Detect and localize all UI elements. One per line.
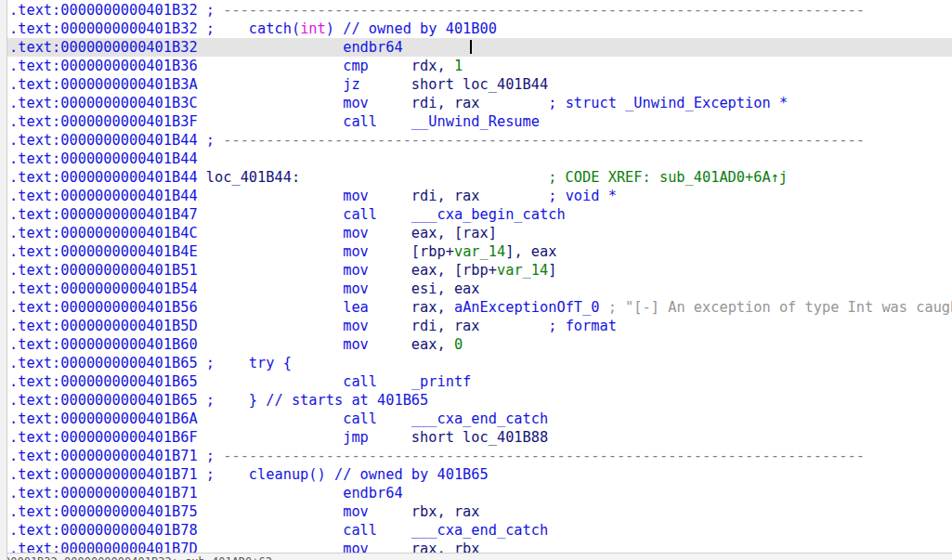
asm-token-blue: ; struct _Unwind_Exception *	[548, 95, 788, 111]
asm-token-mag: int	[300, 20, 326, 37]
asm-line[interactable]: .text:0000000000401B6A call ___cxa_end_c…	[0, 410, 952, 428]
asm-token-plain	[198, 243, 344, 260]
asm-token-plain	[198, 503, 344, 520]
asm-line[interactable]: .text:0000000000401B4E mov [rbp+var_14],…	[0, 242, 952, 261]
asm-line[interactable]: .text:0000000000401B75 mov rbx, rax	[0, 502, 952, 521]
asm-line[interactable]: .text:0000000000401B47 call ___cxa_begin…	[0, 205, 952, 224]
asm-line[interactable]: .text:0000000000401B32 ; catch(int) // o…	[0, 20, 952, 38]
asm-token-blue: mov	[343, 243, 411, 260]
asm-line[interactable]: .text:0000000000401B3A jz short loc_401B…	[0, 75, 952, 94]
asm-token-plain	[198, 299, 344, 316]
asm-token-addr: .text:0000000000401B3F	[9, 113, 198, 130]
asm-line[interactable]: .text:0000000000401B71 ; ---------------…	[0, 447, 952, 465]
asm-line[interactable]: .text:0000000000401B32 endbr64	[0, 38, 952, 57]
asm-line[interactable]: .text:0000000000401B78 call ___cxa_end_c…	[0, 521, 952, 540]
asm-token-green: 0	[454, 336, 463, 353]
asm-token-blue: lea	[343, 299, 411, 316]
asm-token-blue: call	[343, 113, 411, 130]
asm-token-green: 1	[454, 58, 463, 74]
asm-token-addr: .text:0000000000401B56	[9, 299, 198, 316]
asm-token-blue: ; } // starts at 401B65	[198, 392, 429, 409]
disassembly-listing[interactable]: .text:0000000000401B32 ; ---------------…	[0, 1, 952, 558]
asm-token-sep: ----------------------------------------…	[223, 2, 865, 19]
asm-token-addr: .text:0000000000401B65	[9, 392, 198, 409]
asm-token-addr: .text:0000000000401B78	[9, 522, 198, 539]
asm-line[interactable]: .text:0000000000401B65 call _printf	[0, 372, 952, 391]
asm-line[interactable]: .text:0000000000401B6F jmp short loc_401…	[0, 428, 952, 447]
asm-token-blue: ___cxa_begin_catch	[411, 206, 566, 223]
asm-token-addr: .text:0000000000401B32	[9, 2, 198, 19]
asm-line[interactable]: .text:0000000000401B56 lea rax, aAnExcep…	[0, 298, 952, 317]
asm-token-navy: rdi, rax	[411, 318, 548, 334]
asm-token-navy: rax,	[411, 299, 454, 316]
asm-token-blue: ; catch(	[198, 20, 301, 37]
text-caret	[470, 40, 472, 54]
asm-token-green: ; CODE XREF: sub_401AD0+6A↑j	[548, 169, 788, 186]
asm-token-sep: ----------------------------------------…	[223, 448, 865, 464]
asm-line[interactable]: .text:0000000000401B54 mov esi, eax	[0, 280, 952, 298]
asm-line[interactable]: .text:0000000000401B3C mov rdi, rax ; st…	[0, 94, 952, 112]
asm-token-addr: .text:0000000000401B4E	[9, 243, 198, 260]
asm-token-plain	[198, 95, 344, 111]
asm-token-blue: mov	[343, 503, 411, 520]
asm-token-plain	[300, 169, 548, 186]
asm-line[interactable]: .text:0000000000401B71 ; cleanup() // ow…	[0, 465, 952, 484]
asm-token-addr: .text:0000000000401B75	[9, 503, 198, 520]
asm-token-sep: ----------------------------------------…	[223, 132, 865, 149]
asm-token-gray: ; "[-] An exception of type Int was caug…	[608, 299, 952, 316]
asm-token-plain	[198, 485, 344, 501]
asm-token-blue: call	[343, 373, 411, 390]
asm-token-blue: call	[343, 206, 411, 223]
asm-token-blue: mov	[343, 225, 411, 241]
asm-line[interactable]: .text:0000000000401B32 ; ---------------…	[0, 1, 952, 20]
asm-token-plain	[198, 336, 344, 353]
asm-token-addr: .text:0000000000401B54	[9, 280, 198, 297]
asm-line[interactable]: .text:0000000000401B44 ; ---------------…	[0, 131, 952, 150]
asm-token-addr: .text:0000000000401B71	[9, 466, 198, 483]
asm-token-navy: rbx, rax	[411, 503, 480, 520]
asm-token-navy: rdi, rax	[411, 95, 548, 111]
asm-line[interactable]: .text:0000000000401B3F call __Unwind_Res…	[0, 112, 952, 131]
ida-disassembly-view: .text:0000000000401B32 ; ---------------…	[0, 0, 952, 560]
asm-line[interactable]: .text:0000000000401B44	[0, 150, 952, 168]
asm-token-blue: __Unwind_Resume	[411, 113, 540, 130]
asm-line[interactable]: .text:0000000000401B60 mov eax, 0	[0, 335, 952, 354]
asm-token-blue: ;	[198, 132, 224, 149]
asm-line[interactable]: .text:0000000000401B4C mov eax, [rax]	[0, 224, 952, 242]
asm-token-blue: call	[343, 522, 411, 539]
asm-line[interactable]: .text:0000000000401B51 mov eax, [rbp+var…	[0, 261, 952, 280]
asm-token-blue: jz	[343, 76, 411, 93]
asm-line[interactable]: .text:0000000000401B65 ; } // starts at …	[0, 391, 952, 410]
asm-token-addr: .text:0000000000401B65	[9, 355, 198, 371]
asm-token-addr: .text:0000000000401B65	[9, 373, 198, 390]
asm-token-blue: ) // owned by 401B00	[326, 20, 497, 37]
asm-token-navy: rdx,	[411, 58, 454, 74]
asm-token-blue: mov	[343, 280, 411, 297]
asm-token-navy: short loc_401B88	[411, 429, 548, 446]
asm-token-blue: mov	[343, 336, 411, 353]
asm-token-addr: .text:0000000000401B3C	[9, 95, 198, 111]
asm-line[interactable]: .text:0000000000401B44 mov rdi, rax ; vo…	[0, 187, 952, 205]
asm-token-blue: ;	[198, 448, 224, 464]
asm-token-addr: .text:0000000000401B36	[9, 58, 198, 74]
asm-line[interactable]: .text:0000000000401B71 endbr64	[0, 484, 952, 502]
asm-token-plain	[198, 429, 344, 446]
asm-token-blue: ; void *	[548, 188, 617, 204]
asm-token-plain	[198, 410, 344, 427]
asm-line[interactable]: .text:0000000000401B65 ; try {	[0, 354, 952, 372]
asm-token-blue: endbr64	[343, 485, 402, 501]
asm-token-navy: [rbp+	[411, 243, 454, 260]
asm-line[interactable]: .text:0000000000401B44 loc_401B44: ; COD…	[0, 168, 952, 187]
asm-token-addr: .text:0000000000401B3A	[9, 76, 198, 93]
asm-line[interactable]: .text:0000000000401B36 cmp rdx, 1	[0, 57, 952, 75]
asm-token-addr: .text:0000000000401B6F	[9, 429, 198, 446]
asm-token-plain	[198, 58, 344, 74]
listing-gutter	[0, 0, 7, 560]
asm-token-plain	[198, 113, 344, 130]
asm-token-plain	[198, 522, 344, 539]
asm-line[interactable]: .text:0000000000401B5D mov rdi, rax ; fo…	[0, 317, 952, 335]
asm-token-plain	[198, 225, 344, 241]
asm-token-addr: .text:0000000000401B32	[9, 20, 198, 37]
status-bar: 00001B32 0000000000401B32: sub_401AD0+62	[0, 553, 952, 560]
asm-token-plain	[198, 318, 344, 334]
